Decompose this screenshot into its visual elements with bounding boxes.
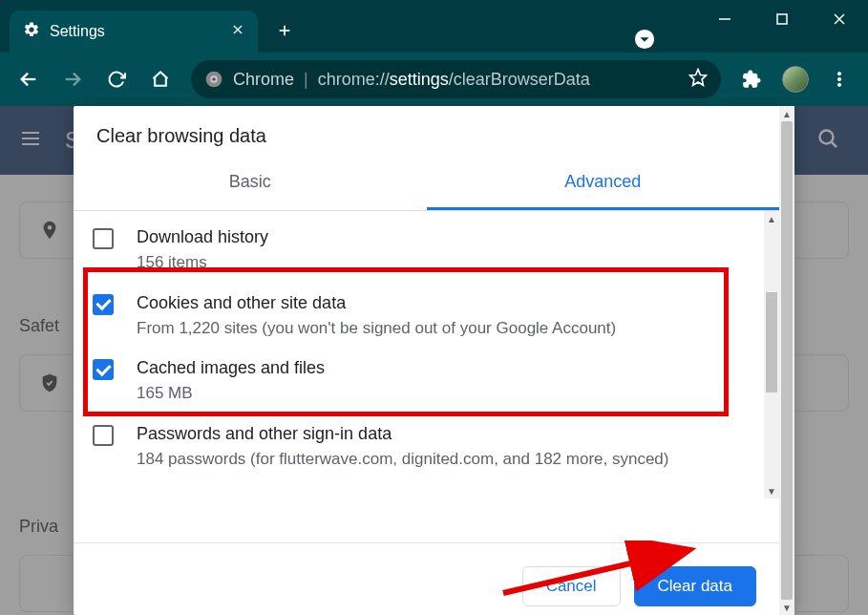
tab-title: Settings — [50, 23, 231, 40]
svg-point-15 — [837, 73, 840, 75]
checkbox[interactable] — [93, 228, 114, 249]
maximize-button[interactable] — [753, 0, 811, 38]
dialog-title: Clear browsing data — [74, 106, 779, 157]
browser-tab-settings[interactable]: Settings — [10, 11, 258, 53]
option-subtitle: 184 passwords (for flutterwave.com, dign… — [137, 447, 760, 472]
dialog-footer: Cancel Clear data — [74, 542, 779, 615]
back-button[interactable] — [10, 60, 48, 98]
option-title: Passwords and other sign-in data — [137, 421, 760, 447]
svg-point-16 — [837, 77, 840, 80]
svg-marker-14 — [690, 70, 707, 86]
forward-button[interactable] — [53, 60, 92, 98]
svg-point-13 — [212, 77, 216, 81]
minimize-button[interactable] — [696, 0, 753, 38]
profile-avatar[interactable] — [782, 66, 809, 93]
menu-button[interactable] — [820, 60, 858, 98]
address-bar[interactable]: Chrome | chrome://settings/clearBrowserD… — [191, 60, 721, 98]
tab-advanced[interactable]: Advanced — [427, 157, 780, 210]
extensions-button[interactable] — [732, 60, 771, 98]
window-controls — [696, 0, 868, 38]
clear-browsing-data-dialog: Clear browsing data Basic Advanced Downl… — [74, 106, 794, 615]
browser-toolbar: Chrome | chrome://settings/clearBrowserD… — [0, 53, 868, 106]
close-icon[interactable] — [231, 23, 244, 40]
option-subtitle: 165 MB — [137, 381, 760, 406]
reload-button[interactable] — [97, 60, 136, 98]
new-tab-button[interactable] — [267, 13, 302, 48]
option-title: Cached images and files — [137, 355, 760, 381]
option-subtitle: 156 items — [137, 250, 760, 275]
url-text: Chrome | chrome://settings/clearBrowserD… — [233, 70, 590, 90]
option-title: Cookies and other site data — [137, 290, 760, 316]
tab-basic[interactable]: Basic — [74, 157, 427, 210]
cancel-button[interactable]: Cancel — [522, 566, 621, 606]
checkbox[interactable] — [93, 425, 114, 446]
options-list: Download history 156 items Cookies and o… — [74, 211, 779, 542]
svg-point-17 — [837, 83, 840, 86]
option-subtitle: From 1,220 sites (you won't be signed ou… — [137, 316, 760, 341]
list-scrollbar[interactable]: ▲ ▼ — [764, 211, 779, 498]
option-title: Download history — [137, 224, 760, 250]
bookmark-star-icon[interactable] — [688, 68, 708, 91]
checkbox[interactable] — [93, 359, 114, 380]
option-passwords[interactable]: Passwords and other sign-in data 184 pas… — [74, 414, 779, 479]
dialog-scrollbar[interactable]: ▲ ▼ — [779, 106, 794, 615]
checkbox[interactable] — [93, 294, 114, 315]
option-download-history[interactable]: Download history 156 items — [74, 217, 779, 283]
chrome-icon — [204, 70, 223, 89]
home-button[interactable] — [141, 60, 180, 98]
option-cached-images[interactable]: Cached images and files 165 MB — [74, 348, 779, 414]
close-window-button[interactable] — [811, 0, 868, 38]
gear-icon — [23, 21, 40, 42]
clear-data-button[interactable]: Clear data — [634, 566, 756, 606]
tab-search-icon[interactable] — [634, 29, 655, 53]
option-cookies[interactable]: Cookies and other site data From 1,220 s… — [74, 283, 779, 349]
dialog-tabs: Basic Advanced — [74, 157, 779, 211]
svg-rect-6 — [777, 14, 787, 24]
